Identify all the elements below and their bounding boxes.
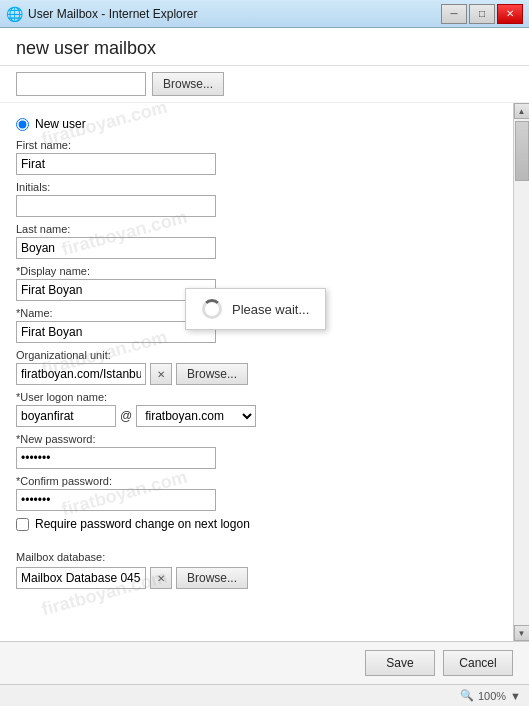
initials-input[interactable] — [16, 195, 216, 217]
logon-name-group: *User logon name: @ firatboyan.com — [16, 391, 497, 427]
new-password-group: *New password: — [16, 433, 497, 469]
mailbox-db-label: Mailbox database: — [16, 551, 497, 563]
confirm-password-input[interactable] — [16, 489, 216, 511]
footer-bar: Save Cancel — [0, 641, 529, 684]
org-unit-group: Organizational unit: ✕ Browse... — [16, 349, 497, 385]
display-name-label: *Display name: — [16, 265, 497, 277]
org-unit-label: Organizational unit: — [16, 349, 497, 361]
new-password-input[interactable] — [16, 447, 216, 469]
please-wait-popup: Please wait... — [185, 288, 326, 330]
scroll-thumb[interactable] — [515, 121, 529, 181]
require-password-label: Require password change on next logon — [35, 517, 250, 531]
spinner-icon — [202, 299, 222, 319]
maximize-button[interactable]: □ — [469, 4, 495, 24]
initials-label: Initials: — [16, 181, 497, 193]
zoom-level: 100% — [478, 690, 506, 702]
mailbox-db-browse-button[interactable]: Browse... — [176, 567, 248, 589]
domain-select[interactable]: firatboyan.com — [136, 405, 256, 427]
require-password-row: Require password change on next logon — [16, 517, 497, 531]
first-name-label: First name: — [16, 139, 497, 151]
title-bar-left: 🌐 User Mailbox - Internet Explorer — [6, 6, 197, 22]
content-area: firatboyan.com firatboyan.com firatboyan… — [0, 103, 529, 641]
window-body: new user mailbox Browse... firatboyan.co… — [0, 28, 529, 706]
title-bar: 🌐 User Mailbox - Internet Explorer ─ □ ✕ — [0, 0, 529, 28]
confirm-password-label: *Confirm password: — [16, 475, 497, 487]
org-unit-row: ✕ Browse... — [16, 363, 497, 385]
page-title: new user mailbox — [16, 38, 513, 59]
scrollbar[interactable]: ▲ ▼ — [513, 103, 529, 641]
form-panel: firatboyan.com firatboyan.com firatboyan… — [0, 103, 513, 641]
mailbox-db-input[interactable] — [16, 567, 146, 589]
org-unit-clear-button[interactable]: ✕ — [150, 363, 172, 385]
confirm-password-group: *Confirm password: — [16, 475, 497, 511]
first-name-input[interactable] — [16, 153, 216, 175]
zoom-icon: 🔍 — [460, 689, 474, 702]
first-name-group: First name: — [16, 139, 497, 175]
last-name-group: Last name: — [16, 223, 497, 259]
require-password-checkbox[interactable] — [16, 518, 29, 531]
toolbar-row: Browse... — [0, 66, 529, 103]
status-bar: 🔍 100% ▼ — [0, 684, 529, 706]
org-unit-input[interactable] — [16, 363, 146, 385]
cancel-button[interactable]: Cancel — [443, 650, 513, 676]
title-bar-text: User Mailbox - Internet Explorer — [28, 7, 197, 21]
mailbox-db-group: Mailbox database: ✕ Browse... — [16, 551, 497, 589]
minimize-button[interactable]: ─ — [441, 4, 467, 24]
logon-name-label: *User logon name: — [16, 391, 497, 403]
last-name-label: Last name: — [16, 223, 497, 235]
toolbar-search-input[interactable] — [16, 72, 146, 96]
initials-group: Initials: — [16, 181, 497, 217]
close-button[interactable]: ✕ — [497, 4, 523, 24]
save-button[interactable]: Save — [365, 650, 435, 676]
scroll-up-arrow[interactable]: ▲ — [514, 103, 530, 119]
at-symbol: @ — [120, 409, 132, 423]
new-user-label: New user — [35, 117, 86, 131]
page-header: new user mailbox — [0, 28, 529, 66]
toolbar-browse-button[interactable]: Browse... — [152, 72, 224, 96]
last-name-input[interactable] — [16, 237, 216, 259]
please-wait-text: Please wait... — [232, 302, 309, 317]
mailbox-db-clear-button[interactable]: ✕ — [150, 567, 172, 589]
logon-name-row: @ firatboyan.com — [16, 405, 497, 427]
zoom-dropdown-arrow[interactable]: ▼ — [510, 690, 521, 702]
scroll-down-arrow[interactable]: ▼ — [514, 625, 530, 641]
org-unit-browse-button[interactable]: Browse... — [176, 363, 248, 385]
new-user-radio-row: New user — [16, 117, 497, 131]
browser-icon: 🌐 — [6, 6, 22, 22]
new-user-radio[interactable] — [16, 118, 29, 131]
mailbox-db-row: ✕ Browse... — [16, 567, 497, 589]
title-bar-controls: ─ □ ✕ — [441, 4, 523, 24]
new-password-label: *New password: — [16, 433, 497, 445]
logon-name-input[interactable] — [16, 405, 116, 427]
